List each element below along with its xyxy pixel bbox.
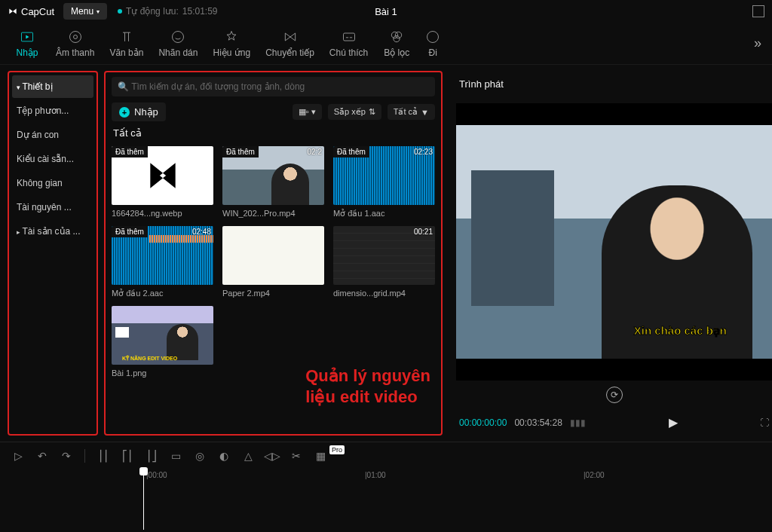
tab-import[interactable]: Nhập xyxy=(6,25,48,63)
preview-title: Trình phát xyxy=(456,71,772,103)
sidebar-item-preset[interactable]: Kiểu cài sẵn... xyxy=(12,148,93,170)
reverse-tool[interactable]: △ xyxy=(237,445,259,466)
sidebar-item-assets[interactable]: Tài sản của ... xyxy=(12,220,93,243)
duration-label: 02:48 xyxy=(192,228,211,236)
media-item[interactable]: Paper 2.mp4 xyxy=(222,226,324,298)
status-dot-icon xyxy=(118,9,122,14)
more-tabs-button[interactable]: » xyxy=(749,31,766,56)
search-input[interactable]: 🔍 Tìm kiếm dự án, đối tượng trong ảnh, d… xyxy=(112,77,435,96)
tab-audio[interactable]: Âm thanh xyxy=(48,25,102,63)
menu-button[interactable]: Menu ▾ xyxy=(63,3,107,20)
tab-adjust[interactable]: Đi xyxy=(418,25,448,63)
capcut-icon xyxy=(8,6,18,17)
sort-button[interactable]: Sắp xếp ⇅ xyxy=(328,104,381,120)
svg-point-1 xyxy=(69,31,81,42)
preview-viewport[interactable]: Xin chào các bạn xyxy=(456,103,772,381)
effect-icon xyxy=(224,29,239,44)
mirror-tool[interactable]: ◁▷ xyxy=(262,445,283,466)
media-item[interactable]: KỸ NĂNG EDIT VIDEO Bài 1.png xyxy=(112,306,213,378)
undo-button[interactable]: ↶ xyxy=(32,445,53,466)
media-item[interactable]: Đã thêm 02:48 Mở đầu 2.aac xyxy=(112,226,213,298)
duration-label: 00:21 xyxy=(414,228,433,236)
tab-caption[interactable]: Chú thích xyxy=(322,25,375,63)
tab-label: Văn bản xyxy=(109,47,143,58)
sidebar-item-subproject[interactable]: Dự án con xyxy=(12,124,93,146)
media-item[interactable]: Đã thêm 1664284...ng.webp xyxy=(112,146,213,219)
ruler-mark: |00:00 xyxy=(146,471,167,479)
freeze-tool[interactable]: ▦ xyxy=(310,445,331,466)
media-name: Mở đầu 2.aac xyxy=(112,289,213,298)
ruler-mark: |02:00 xyxy=(584,471,605,479)
tab-transition[interactable]: Chuyển tiếp xyxy=(258,25,322,63)
svg-rect-4 xyxy=(343,33,354,41)
app-name: CapCut xyxy=(21,6,54,17)
autosave-status: Tự động lưu: 15:01:59 xyxy=(118,6,217,17)
timeline: ▷ ↶ ↷ ⎮⎮ ⎡⎮ ⎮⎦ ▭ ◎ ◐ △ ◁▷ ✂ ▦ Pro |00:00… xyxy=(0,442,772,532)
play-button[interactable]: ▶ xyxy=(669,415,678,430)
layout-icon[interactable] xyxy=(752,5,764,17)
filter-icon xyxy=(389,29,404,44)
delete-left-tool[interactable]: ⎡⎮ xyxy=(117,445,138,466)
sidebar-item-device[interactable]: Thiết bị xyxy=(12,75,93,98)
import-button[interactable]: + Nhập xyxy=(112,102,166,121)
split-tool[interactable]: ⎮⎮ xyxy=(93,445,114,466)
import-icon xyxy=(20,29,35,44)
time-ruler[interactable]: |00:00 |01:00 |02:00 xyxy=(11,469,761,485)
playhead[interactable] xyxy=(143,469,144,530)
section-title: Tất cả xyxy=(113,127,435,139)
media-item[interactable]: Đã thêm 02:23 Mở đầu 1.aac xyxy=(333,146,435,219)
menu-label: Menu xyxy=(71,6,93,17)
source-tabs: Nhập Âm thanh Văn bản Nhãn dán Hiệu ứng … xyxy=(0,23,772,65)
crop-tool[interactable]: ✂ xyxy=(286,445,307,466)
volume-meter-icon: ▮▮▮ xyxy=(570,417,586,428)
tab-label: Đi xyxy=(429,47,437,58)
tab-label: Chú thích xyxy=(329,47,368,58)
import-label: Nhập xyxy=(134,106,158,118)
target-tool[interactable]: ◎ xyxy=(189,445,210,466)
tab-label: Hiệu ứng xyxy=(213,47,250,58)
svg-point-5 xyxy=(392,32,398,38)
sidebar-item-space[interactable]: Không gian xyxy=(12,172,93,194)
filter-all-button[interactable]: Tất cả ▼ xyxy=(388,104,435,120)
video-subtitle: Xin chào các bạn xyxy=(634,324,727,338)
tab-filter[interactable]: Bộ lọc xyxy=(375,25,418,63)
sidebar-item-resources[interactable]: Tài nguyên ... xyxy=(12,196,93,219)
app-logo: CapCut xyxy=(8,6,54,17)
media-item[interactable]: Đã thêm 02:2 WIN_202...Pro.mp4 xyxy=(222,146,324,219)
ruler-mark: |01:00 xyxy=(365,471,386,479)
added-badge: Đã thêm xyxy=(112,146,148,157)
pro-badge: Pro xyxy=(329,445,345,454)
text-icon xyxy=(119,29,134,44)
plus-icon: + xyxy=(119,107,130,118)
tab-text[interactable]: Văn bản xyxy=(102,25,151,63)
media-item[interactable]: 00:21 dimensio...grid.mp4 xyxy=(333,226,435,298)
time-total: 00:03:54:28 xyxy=(514,417,562,428)
audio-icon xyxy=(68,29,83,44)
tab-effect[interactable]: Hiệu ứng xyxy=(205,25,258,63)
svg-point-6 xyxy=(396,32,402,38)
tab-sticker[interactable]: Nhãn dán xyxy=(151,25,205,63)
transition-icon xyxy=(283,29,298,44)
sidebar-item-local[interactable]: Tệp phươn... xyxy=(12,99,93,122)
fullscreen-icon[interactable]: ⛶ xyxy=(760,417,769,428)
tab-label: Nhập xyxy=(16,47,38,58)
autosave-time: 15:01:59 xyxy=(182,6,218,17)
sync-icon[interactable]: ⟳ xyxy=(606,387,623,403)
annotation-text: Quản lý nguyên liệu edit video xyxy=(305,365,430,408)
media-name: 1664284...ng.webp xyxy=(112,209,213,218)
select-tool[interactable]: ▭ xyxy=(165,445,186,466)
redo-button[interactable]: ↷ xyxy=(56,445,77,466)
annotation-line: liệu edit video xyxy=(305,387,430,408)
tab-label: Chuyển tiếp xyxy=(265,47,314,58)
speed-tool[interactable]: ◐ xyxy=(213,445,234,466)
pointer-tool[interactable]: ▷ xyxy=(8,445,29,466)
delete-right-tool[interactable]: ⎮⎦ xyxy=(141,445,162,466)
added-badge: Đã thêm xyxy=(333,146,369,157)
title-bar: CapCut Menu ▾ Tự động lưu: 15:01:59 Bài … xyxy=(0,0,772,23)
duration-label: 02:2 xyxy=(308,148,322,156)
view-mode-button[interactable]: ▦▫ ▾ xyxy=(293,104,322,120)
tab-label: Âm thanh xyxy=(56,47,94,58)
preview-panel: Trình phát Xin chào các bạn ⟳ 00:00:00:0… xyxy=(449,65,772,442)
svg-point-8 xyxy=(427,31,439,42)
media-name: Bài 1.png xyxy=(112,368,213,378)
